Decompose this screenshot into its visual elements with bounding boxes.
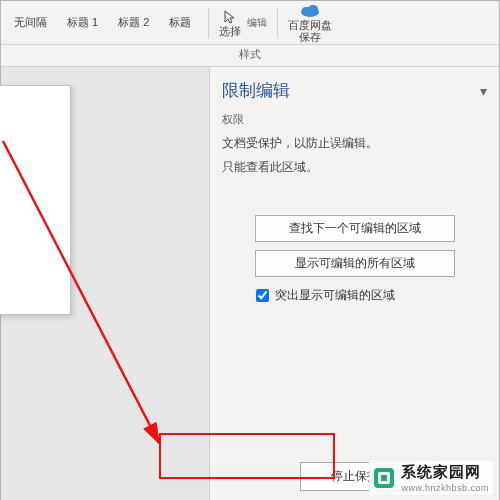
styles-section-label: 样式 [1,45,499,67]
watermark-name: 系统家园网 [401,463,489,482]
highlight-checkbox-label: 突出显示可编辑的区域 [275,287,395,304]
cloud-icon [299,3,321,19]
watermark: 系统家园网 www.hnzkhbsb.com [369,461,493,495]
cursor-icon [219,9,241,25]
permissions-label: 权限 [222,112,487,127]
show-all-regions-button[interactable]: 显示可编辑的所有区域 [255,250,455,277]
find-next-region-button[interactable]: 查找下一个可编辑的区域 [255,215,455,242]
style-title[interactable]: 标题 [162,12,198,33]
highlight-checkbox-row[interactable]: 突出显示可编辑的区域 [256,287,487,304]
protection-msg-2: 只能查看此区域。 [222,157,487,177]
pane-title: 限制编辑 [222,79,290,102]
ribbon: 无间隔 标题 1 标题 2 标题 选择 编辑 百度网盘 保存 [1,1,499,45]
style-heading2[interactable]: 标题 2 [111,12,156,33]
watermark-url: www.hnzkhbsb.com [401,483,489,493]
baidu-save-button[interactable]: 百度网盘 保存 [288,3,332,43]
page[interactable] [0,85,71,315]
select-button[interactable]: 选择 [219,9,241,37]
edit-group-label: 编辑 [247,16,267,30]
restrict-editing-pane: 限制编辑 ▾ 权限 文档受保护，以防止误编辑。 只能查看此区域。 查找下一个可编… [209,67,499,500]
style-heading1[interactable]: 标题 1 [60,12,105,33]
svg-point-2 [308,5,318,13]
highlight-checkbox[interactable] [256,289,269,302]
document-area[interactable] [1,67,209,500]
separator [208,8,209,38]
separator [277,8,278,38]
watermark-logo-icon [373,467,395,489]
svg-rect-6 [381,475,387,481]
chevron-down-icon[interactable]: ▾ [480,83,487,99]
protection-msg-1: 文档受保护，以防止误编辑。 [222,133,487,153]
style-nospacing[interactable]: 无间隔 [7,12,54,33]
